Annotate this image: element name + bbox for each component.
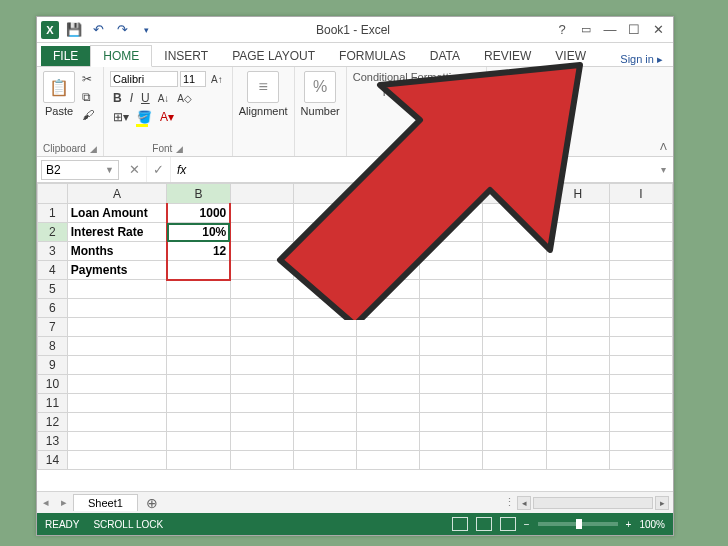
cell[interactable]	[230, 413, 293, 432]
format-as-table-button[interactable]: Format as Table ▾	[353, 86, 480, 99]
cell[interactable]	[420, 223, 483, 242]
cell[interactable]	[483, 413, 546, 432]
cut-icon[interactable]: ✂	[79, 71, 97, 87]
scroll-right-icon[interactable]: ▸	[655, 496, 669, 510]
cell[interactable]	[230, 318, 293, 337]
row-header[interactable]: 14	[38, 451, 68, 470]
select-all-corner[interactable]	[38, 184, 68, 204]
cell[interactable]	[420, 261, 483, 280]
cell[interactable]	[167, 413, 231, 432]
cell[interactable]	[357, 223, 420, 242]
qat-customize-icon[interactable]: ▾	[137, 21, 155, 39]
cell[interactable]	[357, 337, 420, 356]
cell[interactable]	[67, 451, 166, 470]
cell[interactable]	[546, 413, 609, 432]
italic-button[interactable]: I	[127, 90, 136, 106]
underline-button[interactable]: U	[138, 90, 153, 106]
tab-page-layout[interactable]: PAGE LAYOUT	[220, 46, 327, 66]
cell[interactable]	[230, 223, 293, 242]
minimize-icon[interactable]: —	[599, 20, 621, 40]
cell[interactable]	[546, 204, 609, 223]
redo-icon[interactable]: ↷	[113, 21, 131, 39]
cell[interactable]	[293, 318, 356, 337]
cell[interactable]	[546, 261, 609, 280]
cell[interactable]	[167, 375, 231, 394]
row-header[interactable]: 9	[38, 356, 68, 375]
horizontal-scrollbar[interactable]	[533, 497, 653, 509]
row-header[interactable]: 7	[38, 318, 68, 337]
cell[interactable]	[483, 223, 546, 242]
cell[interactable]	[420, 432, 483, 451]
cell[interactable]	[230, 337, 293, 356]
percent-icon[interactable]: %	[304, 71, 336, 103]
cell[interactable]	[167, 280, 231, 299]
format-painter-icon[interactable]: 🖌	[79, 107, 97, 123]
font-dialog-launcher-icon[interactable]: ◢	[176, 144, 183, 154]
row-header[interactable]: 2	[38, 223, 68, 242]
cell[interactable]	[420, 204, 483, 223]
close-icon[interactable]: ✕	[647, 20, 669, 40]
cell[interactable]	[293, 261, 356, 280]
cell[interactable]	[420, 356, 483, 375]
cell[interactable]	[609, 413, 672, 432]
cell[interactable]	[483, 451, 546, 470]
cell[interactable]: 1000	[167, 204, 231, 223]
worksheet-grid[interactable]: A B G H I 1 Loan Amount 1000 2 Interest …	[37, 183, 673, 491]
cell[interactable]	[609, 242, 672, 261]
cell[interactable]	[357, 261, 420, 280]
cell[interactable]	[546, 432, 609, 451]
cell[interactable]	[483, 432, 546, 451]
col-header-i[interactable]: I	[609, 184, 672, 204]
cell[interactable]	[167, 432, 231, 451]
cell[interactable]	[546, 242, 609, 261]
col-header-blank[interactable]	[420, 184, 483, 204]
cell[interactable]	[420, 394, 483, 413]
cell[interactable]	[230, 261, 293, 280]
row-header[interactable]: 4	[38, 261, 68, 280]
cell[interactable]	[67, 356, 166, 375]
cell[interactable]	[546, 318, 609, 337]
copy-icon[interactable]: ⧉	[79, 89, 97, 105]
cell[interactable]	[546, 280, 609, 299]
cell[interactable]	[293, 299, 356, 318]
cell[interactable]	[230, 394, 293, 413]
cell[interactable]	[420, 413, 483, 432]
cell[interactable]	[420, 299, 483, 318]
conditional-formatting-button[interactable]: Conditional Formatting ▾	[353, 71, 480, 84]
clipboard-dialog-launcher-icon[interactable]: ◢	[90, 144, 97, 154]
cell[interactable]	[293, 413, 356, 432]
tab-home[interactable]: HOME	[90, 45, 152, 67]
row-header[interactable]: 6	[38, 299, 68, 318]
cell[interactable]	[609, 299, 672, 318]
scroll-left-icon[interactable]: ◂	[517, 496, 531, 510]
tab-file[interactable]: FILE	[41, 46, 90, 66]
cell[interactable]	[546, 299, 609, 318]
decrease-font-icon[interactable]: A↓	[155, 92, 173, 105]
cell[interactable]	[293, 337, 356, 356]
cell[interactable]	[357, 242, 420, 261]
chevron-down-icon[interactable]: ▼	[105, 165, 114, 175]
row-header[interactable]: 1	[38, 204, 68, 223]
cell[interactable]	[167, 337, 231, 356]
cell[interactable]	[609, 318, 672, 337]
cell[interactable]	[609, 432, 672, 451]
page-break-view-icon[interactable]	[500, 517, 516, 531]
cell[interactable]	[230, 375, 293, 394]
row-header[interactable]: 12	[38, 413, 68, 432]
cell[interactable]	[230, 242, 293, 261]
col-header-h[interactable]: H	[546, 184, 609, 204]
cell[interactable]	[546, 451, 609, 470]
cell[interactable]	[357, 299, 420, 318]
name-box[interactable]: B2▼	[41, 160, 119, 180]
row-header[interactable]: 13	[38, 432, 68, 451]
cell[interactable]	[357, 204, 420, 223]
bold-button[interactable]: B	[110, 90, 125, 106]
cell[interactable]	[293, 356, 356, 375]
cell[interactable]	[357, 432, 420, 451]
cell[interactable]	[67, 280, 166, 299]
cell[interactable]	[67, 394, 166, 413]
cell[interactable]	[483, 242, 546, 261]
cell[interactable]	[546, 223, 609, 242]
cell[interactable]	[483, 280, 546, 299]
cell[interactable]	[546, 356, 609, 375]
